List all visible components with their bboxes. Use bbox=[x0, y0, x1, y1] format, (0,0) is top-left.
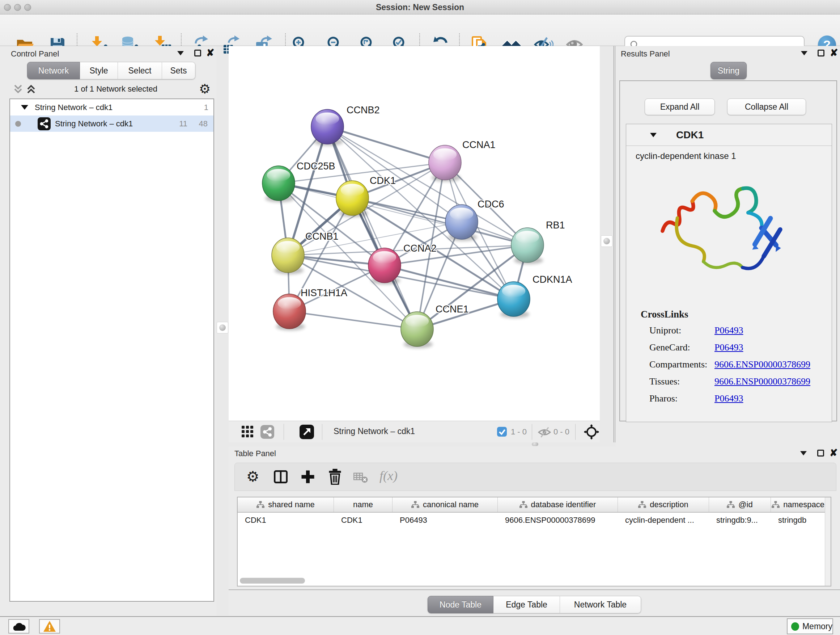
network-share-view-icon[interactable] bbox=[261, 425, 274, 439]
tab-node-table[interactable]: Node Table bbox=[428, 596, 493, 613]
table-horizontal-scrollbar[interactable] bbox=[238, 578, 828, 584]
crosslink-value-link[interactable]: 9606.ENSP00000378699 bbox=[714, 376, 810, 387]
table-panel-menu-icon[interactable] bbox=[800, 451, 807, 455]
results-panel-float-icon[interactable] bbox=[818, 50, 824, 57]
graph-node-CDC25B[interactable] bbox=[262, 166, 295, 203]
cloud-button[interactable] bbox=[8, 619, 29, 633]
tab-edge-table[interactable]: Edge Table bbox=[493, 596, 560, 613]
selected-checkbox-icon[interactable] bbox=[497, 427, 507, 437]
function-builder-icon[interactable]: f(x) bbox=[379, 468, 398, 483]
results-panel-menu-icon[interactable] bbox=[801, 51, 807, 55]
table-cell[interactable]: stringdb:9... bbox=[716, 516, 769, 525]
column-header-database-identifier[interactable]: database identifier bbox=[498, 497, 618, 512]
graph-edge-CCNB2-CCNE1[interactable] bbox=[327, 127, 417, 329]
expand-all-tree-icon[interactable] bbox=[26, 84, 36, 94]
graph-node-CCNB1[interactable] bbox=[272, 238, 304, 274]
table-vertical-scrollbar[interactable] bbox=[825, 497, 831, 586]
protein-collapse-icon[interactable] bbox=[650, 133, 657, 137]
column-header-shared-name[interactable]: shared name bbox=[238, 497, 334, 512]
tree-expand-icon[interactable] bbox=[21, 105, 28, 110]
crosslink-row: Tissues:9606.ENSP00000378699 bbox=[649, 376, 823, 393]
memory-button[interactable]: Memory bbox=[787, 618, 833, 634]
graph-node-HIST1H1A[interactable] bbox=[273, 294, 306, 331]
horizontal-splitter-handle[interactable] bbox=[532, 442, 538, 446]
network-tree: String Network – cdk1 1 String Network –… bbox=[9, 98, 214, 602]
graph-node-CCNE1[interactable] bbox=[401, 312, 433, 348]
tab-style[interactable]: Style bbox=[80, 62, 118, 79]
fit-selected-crosshair-icon[interactable] bbox=[584, 424, 599, 440]
graph-node-CCNA2[interactable] bbox=[368, 248, 401, 285]
control-panel-close-icon[interactable]: ✘ bbox=[206, 49, 215, 57]
network-graph[interactable]: CCNB2CCNA1CDC25BCDK1CDC6RB1CCNB1CCNA2CDK… bbox=[229, 46, 600, 421]
graph-node-label: RB1 bbox=[546, 220, 565, 231]
crosslink-label: GeneCard: bbox=[649, 342, 690, 353]
results-panel-tabs: String bbox=[711, 62, 747, 79]
expand-all-button[interactable]: Expand All bbox=[645, 98, 715, 115]
protein-structure-image bbox=[646, 168, 798, 295]
table-cell[interactable]: CDK1 bbox=[341, 516, 390, 525]
protein-section-header[interactable]: CDK1 bbox=[626, 124, 832, 146]
graph-node-label: CDKN1A bbox=[532, 274, 572, 285]
collection-count: 1 bbox=[204, 99, 208, 116]
crosslink-value-link[interactable]: 9606.ENSP00000378699 bbox=[714, 359, 810, 370]
graph-node-CCNA1[interactable] bbox=[429, 145, 461, 182]
crosslink-value-link[interactable]: P06493 bbox=[714, 325, 743, 336]
tab-select[interactable]: Select bbox=[118, 62, 162, 79]
table-cell[interactable]: P06493 bbox=[400, 516, 496, 525]
delete-table-icon[interactable] bbox=[354, 472, 368, 483]
column-header-canonical-name[interactable]: canonical name bbox=[393, 497, 498, 512]
column-header--id[interactable]: @id bbox=[709, 497, 771, 512]
show-columns-icon[interactable] bbox=[274, 470, 287, 483]
table-cell[interactable]: stringdb bbox=[778, 516, 823, 525]
graph-node-CDK1[interactable] bbox=[336, 181, 369, 217]
graph-node-CDKN1A[interactable] bbox=[497, 282, 530, 318]
tab-network[interactable]: Network bbox=[27, 62, 80, 79]
crosslinks-title: CrossLinks bbox=[641, 309, 688, 320]
crosslink-value-link[interactable]: P06493 bbox=[714, 393, 743, 404]
network-view-toolbar: String Network – cdk1 1 - 0 0 - 0 bbox=[229, 421, 600, 442]
collapse-all-tree-icon[interactable] bbox=[13, 84, 23, 94]
add-column-icon[interactable] bbox=[301, 470, 315, 484]
network-canvas[interactable]: CCNB2CCNA1CDC25BCDK1CDC6RB1CCNB1CCNA2CDK… bbox=[229, 46, 600, 421]
collapse-all-button[interactable]: Collapse All bbox=[727, 98, 806, 115]
window-title: Session: New Session bbox=[0, 3, 840, 12]
graph-node-CDC6[interactable] bbox=[445, 204, 478, 241]
graph-edge-CCNB2-CCNA1[interactable] bbox=[327, 127, 445, 163]
control-panel-menu-icon[interactable] bbox=[177, 51, 184, 55]
tab-network-table[interactable]: Network Table bbox=[560, 596, 641, 613]
network-view-title: String Network – cdk1 bbox=[333, 426, 415, 436]
node-table: shared namenamecanonical namedatabase id… bbox=[237, 497, 831, 586]
table-toolbar: ⚙ f(x) bbox=[234, 463, 836, 491]
table-cell[interactable]: CDK1 bbox=[245, 516, 332, 525]
table-cell[interactable]: cyclin-dependent ... bbox=[625, 516, 707, 525]
grid-view-icon[interactable] bbox=[242, 426, 254, 438]
warning-button[interactable] bbox=[39, 619, 60, 633]
detach-view-icon[interactable] bbox=[300, 424, 314, 439]
column-header-namespace[interactable]: namespace bbox=[771, 497, 826, 512]
table-settings-gear-icon[interactable]: ⚙ bbox=[246, 468, 259, 485]
network-node-count: 11 bbox=[179, 116, 187, 132]
network-row-selected[interactable]: String Network – cdk1 11 48 bbox=[10, 116, 213, 132]
left-splitter-handle[interactable] bbox=[217, 322, 228, 333]
graph-node-CCNB2[interactable] bbox=[311, 109, 344, 146]
crosslink-label: Pharos: bbox=[649, 393, 677, 404]
warning-icon bbox=[43, 621, 56, 632]
table-panel: Table Panel ✘ ⚙ f(x) shared namenamecano… bbox=[229, 447, 840, 616]
delete-column-trash-icon[interactable] bbox=[328, 469, 342, 485]
graph-edge-HIST1H1A-CCNE1[interactable] bbox=[289, 311, 417, 329]
table-panel-close-icon[interactable]: ✘ bbox=[829, 449, 838, 457]
column-header-description[interactable]: description bbox=[618, 497, 709, 512]
crosslink-value-link[interactable]: P06493 bbox=[714, 342, 743, 353]
network-selection-status: 1 of 1 Network selected bbox=[47, 84, 185, 94]
results-panel-close-icon[interactable]: ✘ bbox=[830, 49, 838, 57]
network-collection-row[interactable]: String Network – cdk1 1 bbox=[10, 99, 213, 116]
control-panel-float-icon[interactable] bbox=[194, 50, 201, 57]
control-panel-gear-icon[interactable]: ⚙ bbox=[199, 81, 210, 96]
right-splitter-handle[interactable] bbox=[601, 235, 613, 247]
table-cell[interactable]: 9606.ENSP00000378699 bbox=[505, 516, 616, 525]
graph-node-RB1[interactable] bbox=[511, 228, 544, 264]
table-panel-float-icon[interactable] bbox=[817, 450, 824, 456]
tab-sets[interactable]: Sets bbox=[162, 62, 195, 79]
column-header-name[interactable]: name bbox=[334, 497, 393, 512]
tab-string[interactable]: String bbox=[711, 62, 747, 79]
